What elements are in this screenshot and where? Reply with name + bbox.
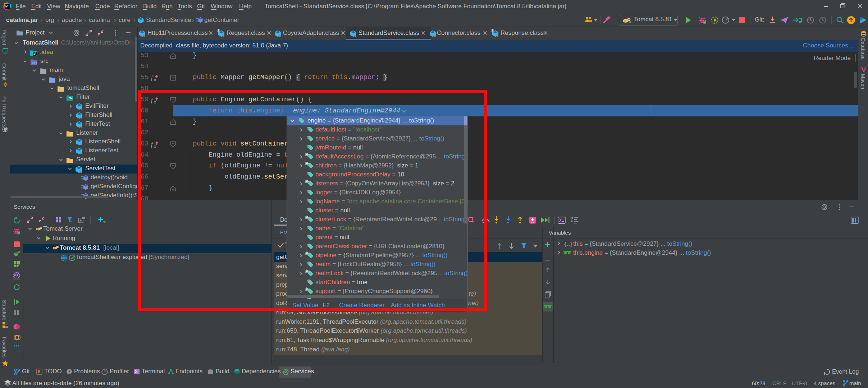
svg-text:</>: </> bbox=[32, 61, 37, 65]
svg-text:IJ: IJ bbox=[34, 53, 36, 55]
svg-text:{..}: {..} bbox=[564, 241, 572, 248]
svg-text:IJ: IJ bbox=[5, 4, 8, 8]
